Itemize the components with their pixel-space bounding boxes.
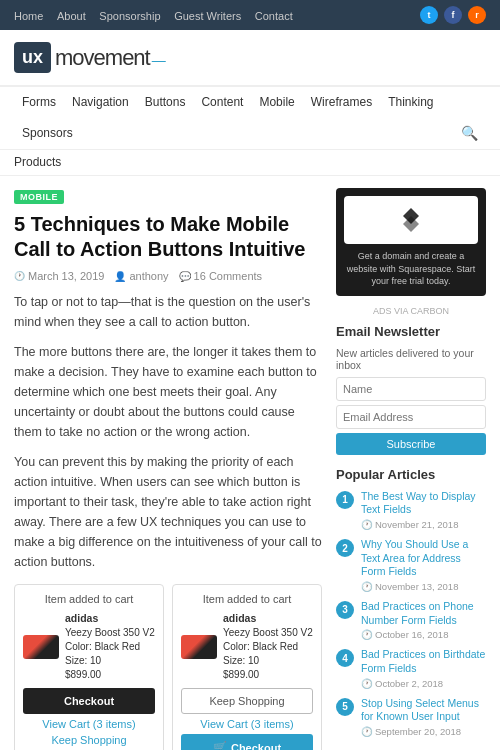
subscribe-button[interactable]: Subscribe bbox=[336, 433, 486, 455]
meta-author: 👤 anthony bbox=[114, 270, 168, 282]
demo1-product-color: Color: Black Red bbox=[65, 641, 140, 652]
popular-title-3[interactable]: Bad Practices on Phone Number Form Field… bbox=[361, 600, 486, 627]
demo-box-ux: Item added to cart adidas Yeezy Boost 35… bbox=[172, 584, 322, 750]
popular-date-4: 🕐 October 2, 2018 bbox=[361, 678, 486, 689]
newsletter-title: Email Newsletter bbox=[336, 324, 486, 339]
demo2-title: Item added to cart bbox=[181, 593, 313, 605]
popular-num-3: 3 bbox=[336, 601, 354, 619]
nav-products[interactable]: Products bbox=[14, 155, 61, 169]
popular-date-3: 🕐 October 16, 2018 bbox=[361, 629, 486, 640]
cart-icon: 🛒 bbox=[213, 741, 227, 750]
article-body: To tap or not to tap—that is the questio… bbox=[14, 292, 322, 572]
popular-num-1: 1 bbox=[336, 491, 354, 509]
demo2-view-cart-link[interactable]: View Cart (3 items) bbox=[181, 718, 313, 730]
nav-sponsors[interactable]: Sponsors bbox=[14, 118, 81, 148]
demo1-product-size: Size: 10 bbox=[65, 655, 101, 666]
demo2-product-price: $899.00 bbox=[223, 669, 259, 680]
demo2-product: adidas Yeezy Boost 350 V2 Color: Black R… bbox=[181, 611, 313, 682]
social-icons: t f r bbox=[420, 6, 486, 24]
popular-title-1[interactable]: The Best Way to Display Text Fields bbox=[361, 490, 486, 517]
demo1-product-info: adidas Yeezy Boost 350 V2 Color: Black R… bbox=[65, 611, 155, 682]
demo1-title: Item added to cart bbox=[23, 593, 155, 605]
popular-date-1: 🕐 November 21, 2018 bbox=[361, 519, 486, 530]
search-icon[interactable]: 🔍 bbox=[453, 117, 486, 149]
popular-list: 1 The Best Way to Display Text Fields 🕐 … bbox=[336, 490, 486, 737]
meta-date: 🕐 March 13, 2019 bbox=[14, 270, 104, 282]
site-header: ux movement— bbox=[0, 30, 500, 86]
nav-navigation[interactable]: Navigation bbox=[64, 87, 137, 117]
demo-row: Item added to cart adidas Yeezy Boost 35… bbox=[14, 584, 322, 750]
ad-text: Get a domain and create a website with S… bbox=[344, 250, 478, 288]
nav-content[interactable]: Content bbox=[193, 87, 251, 117]
demo1-checkout-button[interactable]: Checkout bbox=[23, 688, 155, 714]
popular-item-1: 1 The Best Way to Display Text Fields 🕐 … bbox=[336, 490, 486, 530]
category-badge: MOBILE bbox=[14, 190, 64, 204]
demo1-view-cart-link[interactable]: View Cart (3 items) bbox=[23, 718, 155, 730]
demo-box-no-ux: Item added to cart adidas Yeezy Boost 35… bbox=[14, 584, 164, 750]
popular-date-5: 🕐 September 20, 2018 bbox=[361, 726, 486, 737]
nav-buttons[interactable]: Buttons bbox=[137, 87, 194, 117]
nav-about[interactable]: About bbox=[57, 10, 86, 22]
nav-guest-writers[interactable]: Guest Writers bbox=[174, 10, 241, 22]
top-nav: Home About Sponsorship Guest Writers Con… bbox=[0, 0, 500, 30]
demo2-product-color: Color: Black Red bbox=[223, 641, 298, 652]
body-para-3: You can prevent this by making the prior… bbox=[14, 452, 322, 572]
rss-icon[interactable]: r bbox=[468, 6, 486, 24]
article-meta: 🕐 March 13, 2019 👤 anthony 💬 16 Comments bbox=[14, 270, 322, 282]
demo1-product-price: $899.00 bbox=[65, 669, 101, 680]
main-column: MOBILE 5 Techniques to Make Mobile Call … bbox=[14, 188, 336, 750]
popular-item-5: 5 Stop Using Select Menus for Known User… bbox=[336, 697, 486, 737]
user-icon: 👤 bbox=[114, 271, 126, 282]
popular-title-2[interactable]: Why You Should Use a Text Area for Addre… bbox=[361, 538, 486, 579]
popular-title-5[interactable]: Stop Using Select Menus for Known User I… bbox=[361, 697, 486, 724]
twitter-icon[interactable]: t bbox=[420, 6, 438, 24]
popular-item-2: 2 Why You Should Use a Text Area for Add… bbox=[336, 538, 486, 592]
logo-movement: movement— bbox=[55, 45, 165, 71]
clock-icon-2: 🕐 bbox=[361, 581, 373, 592]
clock-icon-4: 🕐 bbox=[361, 678, 373, 689]
popular-num-5: 5 bbox=[336, 698, 354, 716]
logo-ux[interactable]: ux bbox=[14, 42, 51, 73]
nav-contact[interactable]: Contact bbox=[255, 10, 293, 22]
name-input[interactable] bbox=[336, 377, 486, 401]
popular-content-3: Bad Practices on Phone Number Form Field… bbox=[361, 600, 486, 640]
sidebar: Get a domain and create a website with S… bbox=[336, 188, 486, 750]
popular-content-1: The Best Way to Display Text Fields 🕐 No… bbox=[361, 490, 486, 530]
popular-content-5: Stop Using Select Menus for Known User I… bbox=[361, 697, 486, 737]
popular-title: Popular Articles bbox=[336, 467, 486, 482]
meta-comments: 💬 16 Comments bbox=[179, 270, 262, 282]
popular-num-2: 2 bbox=[336, 539, 354, 557]
demo2-product-size: Size: 10 bbox=[223, 655, 259, 666]
nav-sponsorship[interactable]: Sponsorship bbox=[99, 10, 160, 22]
shoe-image-2 bbox=[181, 635, 217, 659]
nav-mobile[interactable]: Mobile bbox=[251, 87, 302, 117]
ad-box: Get a domain and create a website with S… bbox=[336, 188, 486, 296]
shoe-image-1 bbox=[23, 635, 59, 659]
sub-nav: Products bbox=[0, 150, 500, 176]
popular-title-4[interactable]: Bad Practices on Birthdate Form Fields bbox=[361, 648, 486, 675]
nav-thinking[interactable]: Thinking bbox=[380, 87, 441, 117]
demo2-checkout-button[interactable]: 🛒 Checkout bbox=[181, 734, 313, 750]
email-input[interactable] bbox=[336, 405, 486, 429]
demo2-keep-shopping-button[interactable]: Keep Shopping bbox=[181, 688, 313, 714]
demo1-keep-shopping-link[interactable]: Keep Shopping bbox=[23, 734, 155, 746]
popular-item-4: 4 Bad Practices on Birthdate Form Fields… bbox=[336, 648, 486, 688]
facebook-icon[interactable]: f bbox=[444, 6, 462, 24]
nav-wireframes[interactable]: Wireframes bbox=[303, 87, 380, 117]
top-nav-links: Home About Sponsorship Guest Writers Con… bbox=[14, 8, 303, 23]
demo2-product-info: adidas Yeezy Boost 350 V2 Color: Black R… bbox=[223, 611, 313, 682]
squarespace-logo[interactable] bbox=[344, 196, 478, 244]
nav-forms[interactable]: Forms bbox=[14, 87, 64, 117]
clock-icon-3: 🕐 bbox=[361, 629, 373, 640]
newsletter-section: Email Newsletter New articles delivered … bbox=[336, 324, 486, 455]
clock-icon-5: 🕐 bbox=[361, 726, 373, 737]
clock-icon-1: 🕐 bbox=[361, 519, 373, 530]
main-nav: Forms Navigation Buttons Content Mobile … bbox=[0, 86, 500, 150]
popular-date-2: 🕐 November 13, 2018 bbox=[361, 581, 486, 592]
comment-icon: 💬 bbox=[179, 271, 191, 282]
demo2-product-model: Yeezy Boost 350 V2 bbox=[223, 627, 313, 638]
nav-home[interactable]: Home bbox=[14, 10, 43, 22]
body-para-1: To tap or not to tap—that is the questio… bbox=[14, 292, 322, 332]
popular-content-2: Why You Should Use a Text Area for Addre… bbox=[361, 538, 486, 592]
demo1-product: adidas Yeezy Boost 350 V2 Color: Black R… bbox=[23, 611, 155, 682]
